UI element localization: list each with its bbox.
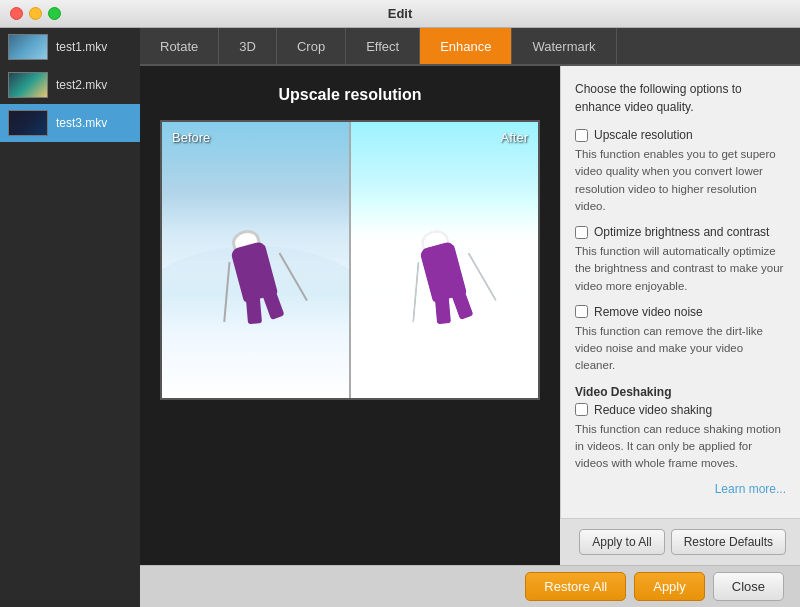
content-area: Rotate 3D Crop Effect Enhance Watermark … [140, 28, 800, 607]
upscale-label: Upscale resolution [594, 128, 693, 142]
sidebar: test1.mkv test2.mkv test3.mkv [0, 28, 140, 607]
shaking-desc: This function can reduce shaking motion … [575, 421, 786, 473]
apply-button[interactable]: Apply [634, 572, 705, 601]
noise-row: Remove video noise [575, 305, 786, 319]
sidebar-filename-test1: test1.mkv [56, 40, 107, 54]
tab-effect[interactable]: Effect [346, 28, 420, 64]
skier-leg-right-after [450, 289, 473, 320]
pole-left-after [412, 262, 419, 322]
option-section-noise: Remove video noise This function can rem… [575, 305, 786, 375]
close-button[interactable]: Close [713, 572, 784, 601]
sidebar-thumb-test3 [8, 110, 48, 136]
right-panel: Choose the following options to enhance … [560, 66, 800, 565]
noise-desc: This function can remove the dirt-like v… [575, 323, 786, 375]
upscale-desc: This function enables you to get supero … [575, 146, 786, 215]
options-intro: Choose the following options to enhance … [575, 80, 786, 116]
preview-area: Upscale resolution Before [140, 66, 560, 565]
sidebar-item-test2[interactable]: test2.mkv [0, 66, 140, 104]
after-image [351, 122, 538, 398]
brightness-desc: This function will automatically optimiz… [575, 243, 786, 295]
pole-left-before [223, 262, 230, 322]
brightness-checkbox[interactable] [575, 226, 588, 239]
panel-body: Upscale resolution Before [140, 66, 800, 565]
footer: Restore All Apply Close [140, 565, 800, 607]
deshaking-header: Video Deshaking [575, 385, 786, 399]
options-panel: Choose the following options to enhance … [560, 66, 800, 518]
skier-leg-left-after [434, 295, 450, 324]
noise-label: Remove video noise [594, 305, 703, 319]
learn-more-link[interactable]: Learn more... [575, 482, 786, 496]
preview-after: After [351, 122, 538, 398]
upscale-row: Upscale resolution [575, 128, 786, 142]
restore-all-button[interactable]: Restore All [525, 572, 626, 601]
tab-3d[interactable]: 3D [219, 28, 277, 64]
option-section-brightness: Optimize brightness and contrast This fu… [575, 225, 786, 295]
before-label: Before [172, 130, 210, 145]
before-image [162, 122, 349, 398]
skier-leg-right-before [261, 289, 284, 320]
option-section-upscale: Upscale resolution This function enables… [575, 128, 786, 215]
sidebar-thumb-test1 [8, 34, 48, 60]
sidebar-item-test3[interactable]: test3.mkv [0, 104, 140, 142]
option-section-shaking: Reduce video shaking This function can r… [575, 403, 786, 473]
brightness-label: Optimize brightness and contrast [594, 225, 769, 239]
brightness-row: Optimize brightness and contrast [575, 225, 786, 239]
main-container: test1.mkv test2.mkv test3.mkv Rotate 3D … [0, 28, 800, 607]
close-window-button[interactable] [10, 7, 23, 20]
preview-title: Upscale resolution [278, 86, 421, 104]
tab-rotate[interactable]: Rotate [140, 28, 219, 64]
skier-figure-after [398, 222, 491, 337]
shaking-row: Reduce video shaking [575, 403, 786, 417]
title-bar: Edit [0, 0, 800, 28]
pole-right-after [467, 252, 496, 301]
tab-bar: Rotate 3D Crop Effect Enhance Watermark [140, 28, 800, 66]
apply-to-all-button[interactable]: Apply to All [579, 529, 664, 555]
tab-crop[interactable]: Crop [277, 28, 346, 64]
pole-right-before [278, 252, 307, 301]
preview-images: Before [160, 120, 540, 400]
noise-checkbox[interactable] [575, 305, 588, 318]
skier-figure-before [209, 222, 302, 337]
after-label: After [501, 130, 528, 145]
sidebar-item-test1[interactable]: test1.mkv [0, 28, 140, 66]
window-controls[interactable] [10, 7, 61, 20]
sidebar-filename-test2: test2.mkv [56, 78, 107, 92]
shaking-label: Reduce video shaking [594, 403, 712, 417]
options-bottom: Apply to All Restore Defaults [560, 518, 800, 565]
window-title: Edit [388, 6, 413, 21]
upscale-checkbox[interactable] [575, 129, 588, 142]
sidebar-thumb-test2 [8, 72, 48, 98]
shaking-checkbox[interactable] [575, 403, 588, 416]
preview-before: Before [162, 122, 349, 398]
restore-defaults-button[interactable]: Restore Defaults [671, 529, 786, 555]
skier-leg-left-before [245, 295, 261, 324]
maximize-window-button[interactable] [48, 7, 61, 20]
tab-enhance[interactable]: Enhance [420, 28, 512, 64]
sidebar-filename-test3: test3.mkv [56, 116, 107, 130]
tab-watermark[interactable]: Watermark [512, 28, 616, 64]
minimize-window-button[interactable] [29, 7, 42, 20]
